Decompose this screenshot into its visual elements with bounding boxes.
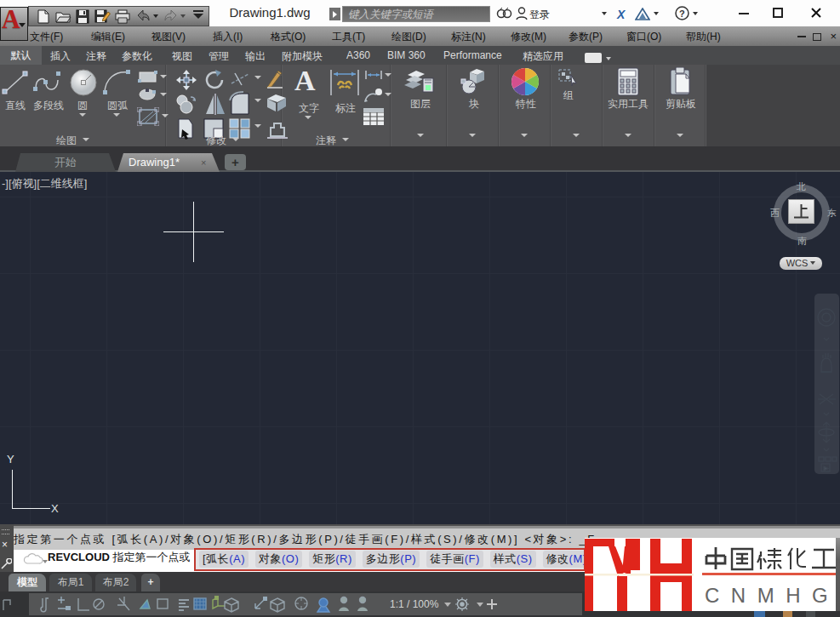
svg-text:?: ? xyxy=(679,9,685,19)
svg-text:CNMHG: CNMHG xyxy=(705,584,836,607)
svg-text:1:1 / 100%: 1:1 / 100% xyxy=(390,598,439,610)
